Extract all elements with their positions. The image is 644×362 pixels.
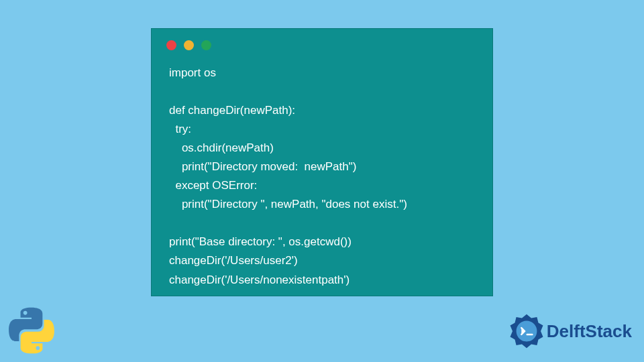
- code-line: try:: [169, 123, 191, 135]
- code-line: print("Base directory: ", os.getcwd()): [169, 235, 352, 248]
- minimize-icon: [184, 40, 194, 50]
- code-line: os.chdir(newPath): [169, 141, 274, 154]
- code-line: def changeDir(newPath):: [169, 104, 295, 117]
- python-logo-icon: [8, 307, 55, 354]
- delftstack-badge-icon: [508, 312, 545, 350]
- close-icon: [166, 40, 176, 50]
- code-line: print("Directory ", newPath, "does not e…: [169, 198, 407, 210]
- code-content: import os def changeDir(newPath): try: o…: [152, 57, 492, 303]
- brand-name: DelftStack: [547, 321, 632, 342]
- code-line: import os: [169, 66, 216, 79]
- code-line: except OSError:: [169, 179, 257, 192]
- maximize-icon: [201, 40, 211, 50]
- code-line: changeDir('/Users/user2'): [169, 254, 298, 267]
- delftstack-logo: DelftStack: [508, 312, 632, 350]
- svg-point-0: [516, 321, 537, 342]
- window-controls: [152, 29, 492, 57]
- code-line: print("Directory moved: newPath"): [169, 160, 356, 173]
- code-line: changeDir('/Users/nonexistentpath'): [169, 274, 350, 286]
- code-window: import os def changeDir(newPath): try: o…: [151, 28, 493, 296]
